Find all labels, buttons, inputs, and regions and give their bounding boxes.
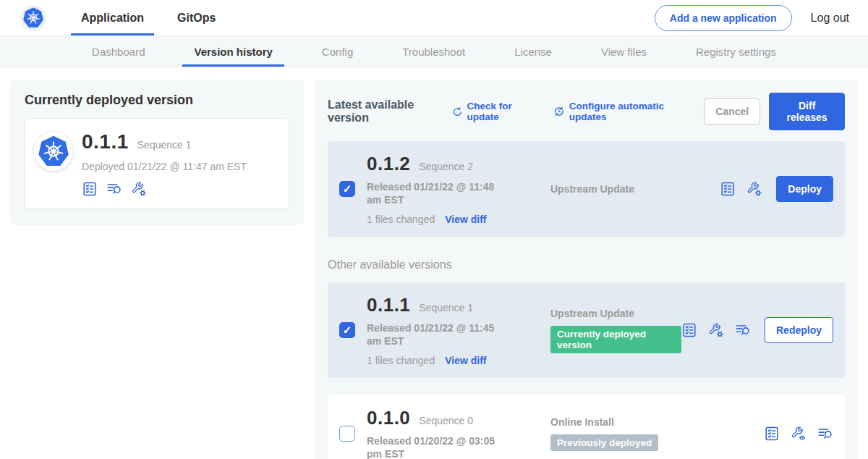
release-notes-icon[interactable]	[720, 181, 736, 197]
released-timestamp: Released 01/21/22 @ 11:45 am EST	[367, 322, 511, 348]
files-changed-label: 1 files changed	[367, 355, 435, 366]
version-row: ✓ 0.1.1 Sequence 1 Released 01/21/22 @ 1…	[328, 282, 845, 378]
view-diff-link[interactable]: View diff	[445, 214, 486, 225]
released-timestamp: Released 01/21/22 @ 11:48 am EST	[367, 181, 511, 206]
topnav-tabs: Application GitOps	[71, 0, 239, 35]
version-checkbox[interactable]: ✓	[339, 181, 355, 197]
deploy-button[interactable]: Deploy	[776, 176, 833, 202]
application-icon	[34, 132, 73, 171]
check-for-update-link[interactable]: Check for update	[452, 101, 536, 122]
subnav-tab-troubleshoot[interactable]: Troubleshoot	[398, 36, 469, 67]
view-files-icon[interactable]	[106, 181, 122, 197]
version-checkbox[interactable]: ✓	[339, 322, 355, 338]
deployed-timestamp: Deployed 01/21/22 @ 11:47 am EST	[82, 161, 247, 172]
edit-config-icon[interactable]	[708, 322, 724, 338]
subnav-tab-version-history[interactable]: Version history	[190, 36, 276, 67]
sequence-label: Sequence 1	[419, 302, 473, 313]
version-source-label: Upstream Update	[550, 308, 681, 319]
version-row: ✓ 0.1.2 Sequence 2 Released 01/21/22 @ 1…	[328, 141, 845, 237]
configure-automatic-updates-link[interactable]: Configure automatic updates	[553, 101, 686, 122]
tab-gitops[interactable]: GitOps	[167, 0, 226, 35]
add-application-button[interactable]: Add a new application	[655, 5, 792, 31]
top-navbar: Application GitOps Add a new application…	[0, 0, 868, 36]
cancel-button[interactable]: Cancel	[704, 98, 760, 125]
auto-update-icon	[553, 105, 565, 118]
released-timestamp: Released 01/20/22 @ 03:05 pm EST	[367, 435, 511, 459]
files-changed-label: 1 files changed	[367, 214, 435, 225]
preflight-view-icon[interactable]	[791, 426, 807, 442]
logout-button[interactable]: Log out	[811, 12, 849, 25]
other-versions-label: Other available versions	[328, 258, 845, 271]
refresh-icon	[452, 106, 463, 118]
deployed-version-label: 0.1.1	[82, 130, 129, 153]
latest-version-title: Latest available version	[328, 98, 442, 125]
tab-application[interactable]: Application	[71, 0, 154, 35]
version-label: 0.1.0	[367, 407, 410, 429]
subnav-tab-registry-settings[interactable]: Registry settings	[692, 36, 780, 67]
kubernetes-icon	[23, 7, 43, 28]
redeploy-button[interactable]: Redeploy	[765, 317, 833, 343]
view-files-icon[interactable]	[735, 322, 751, 338]
sequence-label: Sequence 2	[419, 161, 473, 172]
release-notes-icon[interactable]	[764, 426, 780, 442]
status-badge: Currently deployed version	[550, 326, 681, 353]
subnav-tab-view-files[interactable]: View files	[597, 36, 651, 67]
version-row: 0.1.0 Sequence 0 Released 01/20/22 @ 03:…	[328, 395, 845, 459]
sequence-label: Sequence 0	[419, 415, 473, 426]
version-label: 0.1.2	[367, 153, 410, 175]
version-label: 0.1.1	[367, 294, 410, 316]
version-checkbox[interactable]	[339, 426, 355, 442]
status-badge: Previously deployed	[550, 434, 658, 451]
diff-releases-button[interactable]: Diff releases	[769, 93, 845, 130]
app-logo[interactable]	[20, 5, 46, 31]
deployed-sequence-label: Sequence 1	[137, 139, 192, 151]
version-source-label: Upstream Update	[550, 183, 720, 195]
edit-config-icon[interactable]	[131, 181, 147, 197]
subnav-tab-dashboard[interactable]: Dashboard	[88, 36, 149, 67]
currently-deployed-panel: Currently deployed version 0.1.1 Sequenc…	[10, 80, 304, 225]
view-diff-link[interactable]: View diff	[445, 355, 486, 366]
deployed-version-card: 0.1.1 Sequence 1 Deployed 01/21/22 @ 11:…	[25, 118, 289, 209]
app-subnav: Dashboard Version history Config Trouble…	[0, 36, 868, 67]
kubernetes-icon	[38, 135, 69, 167]
release-notes-icon[interactable]	[681, 322, 697, 338]
edit-config-icon[interactable]	[746, 181, 762, 197]
version-source-label: Online Install	[550, 416, 764, 428]
subnav-tab-license[interactable]: License	[510, 36, 556, 67]
release-notes-icon[interactable]	[82, 181, 98, 197]
subnav-tab-config[interactable]: Config	[318, 36, 357, 67]
deployed-panel-title: Currently deployed version	[25, 93, 289, 108]
version-history-panel: Latest available version Check for updat…	[315, 80, 858, 459]
view-files-icon[interactable]	[817, 426, 833, 442]
